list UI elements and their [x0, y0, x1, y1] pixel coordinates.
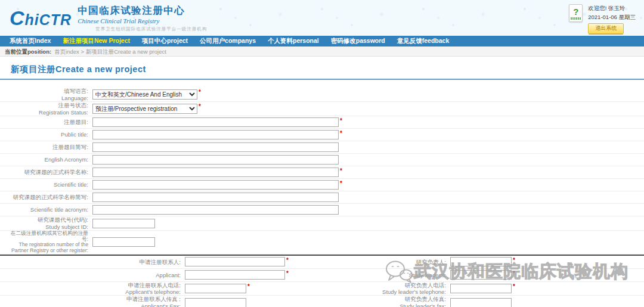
scientific-title-en-label: Scientific title: [0, 181, 92, 188]
language-select[interactable]: 中文和英文/Chinese And English [92, 89, 197, 100]
form-row-partner-registry-number: 在二级注册机构或其它机构的注册号:The registration number… [0, 231, 644, 255]
required-marker: * [340, 168, 342, 174]
form-row-english-acronym: English Acronym: [0, 154, 644, 166]
form-row-public-title-en: Public title:* [0, 129, 644, 141]
breadcrumb: 当前位置position:首页index > 新项目注册Create a new… [0, 46, 644, 57]
registered-title-acronym-zh-label: 注册题目简写: [0, 144, 92, 150]
applicant-fax-input[interactable] [185, 298, 246, 307]
scientific-title-acronym-zh-label: 研究课题的正式科学名称简写: [0, 194, 92, 200]
form-row-scientific-title-zh: 研究课题的正式科学名称:* [0, 166, 644, 179]
nav-item-password[interactable]: 密码修改password [325, 37, 391, 45]
contact-field-applicant-fax: 申请注册联系人传真 :Applicant's Fax: [0, 296, 322, 307]
public-title-en-label: Public title: [0, 131, 92, 138]
required-marker: * [286, 257, 289, 263]
main-nav: 系统首页Index新注册项目New Project项目中心project公司用户… [0, 36, 644, 46]
contact-row: 申请注册联系人:*研究负责人:* [0, 256, 644, 269]
required-marker: * [513, 270, 515, 277]
form-row-registered-title-acronym-zh: 注册题目简写: [0, 141, 644, 154]
user-block: ? 欢迎您! 张玉玲 2021-01-06 星期三 退出系统 [569, 4, 636, 33]
page-title: 新项目注册Create a new project [0, 64, 644, 80]
date-text: 2021-01-06 星期三 [588, 13, 636, 22]
site-title-zh: 中国临床试验注册中心 [78, 4, 207, 17]
required-marker: * [340, 117, 342, 124]
nav-item-project[interactable]: 项目中心project [136, 37, 194, 45]
scientific-title-acronym-zh-input[interactable] [92, 193, 339, 202]
form-row-scientific-title-en: Scientific title:* [0, 179, 644, 191]
scientific-title-acronym-en-input[interactable] [92, 205, 339, 215]
study-subject-id-label: 研究课题代号(代码):Study subject ID: [0, 216, 92, 230]
public-title-en-input[interactable] [92, 130, 339, 139]
study-leader-telephone-label: 研究负责人电话:Study leader's telephone: [322, 282, 450, 295]
applicant-zh-label: 申请注册联系人: [0, 259, 185, 265]
public-title-zh-input[interactable] [92, 117, 339, 127]
chictr-logo: ChiCTR [10, 8, 72, 28]
help-caption [571, 17, 581, 20]
nav-item-feedback[interactable]: 意见反馈feedback [391, 37, 456, 45]
applicant-telephone-label: 申请注册联系人电话:Applicant's telephone: [0, 282, 185, 295]
study-leader-en-label: Study leader's: [322, 272, 450, 278]
contact-section: 申请注册联系人:*研究负责人:*Applicant:*Study leader'… [0, 255, 644, 307]
help-icon[interactable]: ? [569, 4, 583, 22]
scientific-title-acronym-en-label: Scientific title acronym: [0, 206, 92, 213]
contact-field-applicant-telephone: 申请注册联系人电话:Applicant's telephone:* [0, 282, 322, 295]
nav-item-personal[interactable]: 个人资料personal [262, 37, 325, 45]
required-marker: * [247, 283, 250, 290]
required-marker: * [199, 89, 201, 95]
english-acronym-input[interactable] [92, 155, 339, 165]
required-marker: * [340, 180, 342, 187]
applicant-en-label: Applicant: [0, 272, 185, 278]
welcome-text: 欢迎您! 张玉玲 [588, 4, 636, 13]
study-subject-id-input[interactable] [92, 219, 155, 228]
breadcrumb-prefix: 当前位置position: [5, 48, 51, 55]
language-label: 填写语言:Language: [0, 88, 92, 101]
required-marker: * [513, 257, 515, 263]
logout-button[interactable]: 退出系统 [588, 23, 624, 34]
nav-item-new-project[interactable]: 新注册项目New Project [57, 37, 136, 45]
study-leader-zh-label: 研究负责人: [322, 259, 450, 265]
contact-field-applicant-en: Applicant:* [0, 269, 322, 281]
partner-registry-number-input[interactable] [92, 237, 155, 247]
required-marker: * [340, 130, 342, 137]
nav-item-companys[interactable]: 公司用户companys [194, 37, 262, 45]
contact-field-study-leader-telephone: 研究负责人电话:Study leader's telephone:* [322, 282, 644, 295]
registration-form: 填写语言:Language:中文和英文/Chinese And English*… [0, 88, 644, 255]
site-tagline: 世界卫生组织国际临床试验注册平台一级注册机构 [78, 26, 207, 32]
study-leader-en-input[interactable] [450, 270, 512, 280]
scientific-title-en-input[interactable] [92, 180, 339, 190]
scientific-title-zh-input[interactable] [92, 168, 339, 177]
contact-field-study-leader-fax: 研究负责人传真:Study leader's fax: [322, 296, 644, 307]
nav-item-index[interactable]: 系统首页Index [4, 37, 57, 45]
brand-block: ChiCTR 中国临床试验注册中心 Chinese Clinical Trial… [10, 4, 207, 32]
registration-status-label: 注册号状态:Registration Status: [0, 102, 92, 115]
study-leader-telephone-input[interactable] [450, 284, 512, 293]
public-title-zh-label: 注册题目: [0, 119, 92, 125]
contact-field-applicant-zh: 申请注册联系人:* [0, 256, 322, 268]
form-row-scientific-title-acronym-en: Scientific title acronym: [0, 204, 644, 216]
english-acronym-label: English Acronym: [0, 156, 92, 163]
form-row-language: 填写语言:Language:中文和英文/Chinese And English* [0, 88, 644, 102]
form-row-public-title-zh: 注册题目:* [0, 116, 644, 129]
breadcrumb-path: 首页index > 新项目注册Create a new project [54, 48, 166, 55]
contact-field-study-leader-zh: 研究负责人:* [322, 256, 644, 268]
study-leader-fax-input[interactable] [450, 298, 512, 307]
partner-registry-number-label: 在二级注册机构或其它机构的注册号:The registration number… [0, 231, 92, 254]
scientific-title-zh-label: 研究课题的正式科学名称: [0, 169, 92, 175]
applicant-en-input[interactable] [185, 270, 285, 280]
applicant-telephone-input[interactable] [185, 284, 246, 293]
study-leader-fax-label: 研究负责人传真:Study leader's fax: [322, 296, 450, 307]
registered-title-acronym-zh-input[interactable] [92, 142, 339, 152]
registration-status-select[interactable]: 预注册/Prospective registration [92, 104, 197, 114]
brand-titles: 中国临床试验注册中心 Chinese Clinical Trial Regist… [78, 4, 207, 32]
applicant-fax-label: 申请注册联系人传真 :Applicant's Fax: [0, 296, 185, 307]
contact-row: 申请注册联系人电话:Applicant's telephone:*研究负责人电话… [0, 282, 644, 296]
form-row-scientific-title-acronym-zh: 研究课题的正式科学名称简写: [0, 191, 644, 204]
required-marker: * [199, 103, 201, 110]
study-leader-zh-input[interactable] [450, 257, 512, 266]
contact-row: Applicant:*Study leader's:* [0, 269, 644, 282]
required-marker: * [286, 270, 289, 277]
contact-row: 申请注册联系人传真 :Applicant's Fax:研究负责人传真:Study… [0, 296, 644, 307]
form-row-study-subject-id: 研究课题代号(代码):Study subject ID: [0, 216, 644, 231]
site-title-en: Chinese Clinical Trial Registry [78, 17, 207, 24]
applicant-zh-input[interactable] [185, 257, 285, 266]
form-row-registration-status: 注册号状态:Registration Status:预注册/Prospectiv… [0, 102, 644, 116]
